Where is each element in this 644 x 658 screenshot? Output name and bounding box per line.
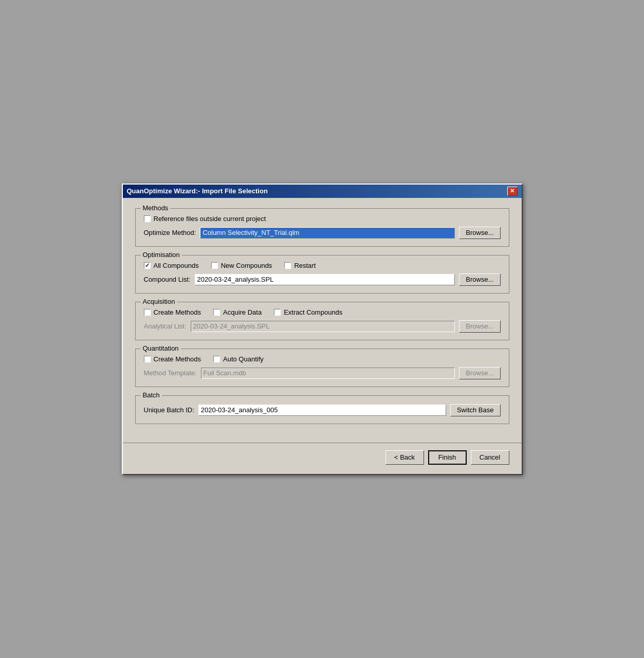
compound-list-row: Compound List: Browse... (144, 273, 501, 286)
auto-quantify-text: Auto Quantify (223, 355, 264, 363)
unique-batch-id-input[interactable] (198, 405, 446, 416)
optimisation-group: Optimisation All Compounds New Compounds… (135, 255, 509, 294)
all-compounds-text: All Compounds (154, 262, 199, 269)
restart-label[interactable]: Restart (284, 262, 316, 269)
acquire-data-label[interactable]: Acquire Data (213, 308, 262, 316)
restart-text: Restart (294, 262, 316, 269)
back-button[interactable]: < Back (385, 450, 424, 465)
close-button[interactable]: ✕ (507, 187, 518, 196)
batch-id-row: Unique Batch ID: Switch Base (144, 404, 501, 416)
methods-reference-row: Reference files outside current project (144, 215, 501, 223)
new-compounds-checkbox[interactable] (211, 262, 218, 269)
quantitation-group: Quantitation Create Methods Auto Quantif… (135, 349, 509, 387)
quant-create-methods-checkbox[interactable] (144, 356, 151, 362)
dialog-title: QuanOptimize Wizard:- Import File Select… (127, 187, 268, 195)
acquisition-group: Acquisition Create Methods Acquire Data … (135, 302, 509, 340)
optimize-method-row: Optimize Method: Browse... (144, 227, 501, 239)
switch-base-button[interactable]: Switch Base (450, 404, 501, 416)
dialog-body: Methods Reference files outside current … (123, 198, 522, 443)
finish-button[interactable]: Finish (428, 450, 467, 465)
method-template-input (201, 368, 455, 379)
methods-browse-button[interactable]: Browse... (459, 227, 500, 239)
restart-checkbox[interactable] (284, 262, 291, 269)
cancel-button[interactable]: Cancel (471, 450, 509, 465)
auto-quantify-label[interactable]: Auto Quantify (213, 355, 264, 363)
methods-group-label: Methods (141, 204, 171, 212)
title-bar-buttons: ✕ (507, 187, 518, 196)
acq-create-methods-text: Create Methods (154, 308, 201, 316)
extract-compounds-label[interactable]: Extract Compounds (274, 308, 342, 316)
dialog-footer: < Back Finish Cancel (123, 443, 522, 474)
optimisation-browse-button[interactable]: Browse... (459, 273, 500, 286)
compound-list-input[interactable] (195, 274, 455, 285)
extract-compounds-checkbox[interactable] (274, 309, 281, 316)
optimize-method-input[interactable] (200, 227, 455, 239)
quantitation-group-label: Quantitation (141, 344, 181, 352)
title-bar: QuanOptimize Wizard:- Import File Select… (123, 185, 522, 198)
acq-create-methods-checkbox[interactable] (144, 309, 151, 316)
analytical-list-row: Analytical List: Browse... (144, 320, 501, 333)
main-dialog: QuanOptimize Wizard:- Import File Select… (122, 184, 523, 475)
reference-checkbox[interactable] (144, 215, 151, 222)
acquire-data-text: Acquire Data (223, 308, 262, 316)
method-template-row: Method Template: Browse... (144, 367, 501, 379)
optimisation-group-label: Optimisation (141, 251, 182, 259)
batch-group-label: Batch (141, 391, 162, 399)
analytical-list-label: Analytical List: (144, 322, 187, 330)
analytical-list-input (191, 321, 455, 332)
reference-checkbox-text: Reference files outside current project (154, 215, 266, 223)
method-template-label: Method Template: (144, 369, 197, 377)
new-compounds-text: New Compounds (221, 262, 272, 269)
acq-create-methods-label[interactable]: Create Methods (144, 308, 201, 316)
quantitation-checkboxes-row: Create Methods Auto Quantify (144, 355, 501, 363)
optimize-method-label: Optimize Method: (144, 229, 196, 236)
methods-group: Methods Reference files outside current … (135, 208, 509, 247)
unique-batch-id-label: Unique Batch ID: (144, 406, 194, 414)
all-compounds-checkbox[interactable] (144, 262, 151, 269)
quantitation-browse-button: Browse... (459, 367, 500, 379)
batch-group: Batch Unique Batch ID: Switch Base (135, 395, 509, 424)
quant-create-methods-text: Create Methods (154, 355, 201, 363)
compound-list-label: Compound List: (144, 276, 191, 283)
acquisition-browse-button: Browse... (459, 320, 500, 333)
new-compounds-label[interactable]: New Compounds (211, 262, 272, 269)
optimisation-checkboxes-row: All Compounds New Compounds Restart (144, 262, 501, 269)
extract-compounds-text: Extract Compounds (284, 308, 342, 316)
acquisition-group-label: Acquisition (141, 298, 177, 305)
all-compounds-label[interactable]: All Compounds (144, 262, 199, 269)
acquire-data-checkbox[interactable] (213, 309, 220, 316)
auto-quantify-checkbox[interactable] (213, 356, 220, 362)
acquisition-checkboxes-row: Create Methods Acquire Data Extract Comp… (144, 308, 501, 316)
quant-create-methods-label[interactable]: Create Methods (144, 355, 201, 363)
reference-checkbox-label[interactable]: Reference files outside current project (144, 215, 266, 223)
